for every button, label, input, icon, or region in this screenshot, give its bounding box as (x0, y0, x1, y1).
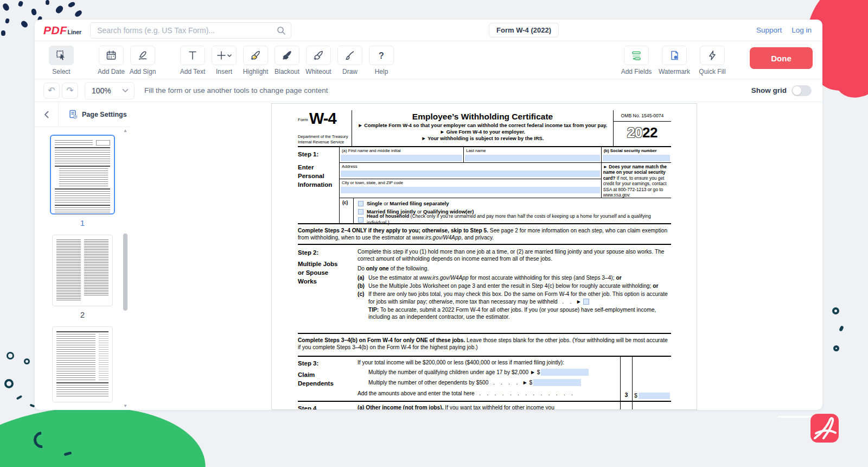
teal-tick-decoration (30, 404, 35, 408)
add-fields-button[interactable]: Add Fields (618, 46, 654, 75)
scroll-down-icon[interactable]: ▼ (123, 402, 128, 410)
support-link[interactable]: Support (756, 26, 782, 34)
step2-item-a: (a) Use the estimator at www.irs.gov/W4A… (358, 274, 671, 281)
editor-hint-text: Fill the form or use another tools to ch… (144, 86, 328, 94)
step4-label: Step 4 (298, 405, 317, 410)
w4-step2-section: Step 2: Multiple Jobs or Spouse Works Co… (298, 245, 671, 334)
draw-brush-icon (344, 49, 356, 61)
undo-button[interactable]: ↶ (43, 83, 60, 99)
w4-header: Form W-4 Department of the Treasury Inte… (298, 110, 671, 147)
watermark-button[interactable]: Watermark (654, 46, 694, 75)
pages-sidebar: Page Settings 1 (35, 102, 130, 410)
w4app-link: www.irs.gov/W4App (412, 235, 462, 241)
blackout-brush-icon (281, 49, 293, 61)
first-name-field[interactable] (341, 155, 462, 161)
page-settings-button[interactable]: Page Settings (68, 110, 127, 119)
redo-icon: ↷ (66, 85, 73, 96)
logo-liner-text: Liner (68, 29, 82, 35)
insert-button[interactable]: Insert (208, 46, 240, 75)
step1c-label: (c) (340, 198, 354, 224)
city-field[interactable] (341, 187, 600, 193)
add-sign-button[interactable]: Add Sign (127, 46, 158, 75)
w4-year-outline: 20 (627, 124, 642, 141)
pdfliner-logo[interactable]: PDF Liner (43, 24, 81, 37)
help-button[interactable]: ? Help (366, 46, 397, 75)
show-grid-label: Show grid (751, 86, 787, 94)
ink-dot (5, 18, 10, 24)
add-text-button[interactable]: Add Text (177, 46, 208, 75)
w4-form-number: W-4 (309, 109, 336, 129)
address-field[interactable] (341, 171, 600, 177)
w4-title: Employee’s Withholding Certificate (355, 111, 610, 122)
sidebar-scrollbar[interactable]: ▲ ▼ (123, 127, 128, 410)
page-settings-text: Page Settings (82, 111, 127, 118)
ink-dot (2, 2, 10, 11)
head-of-household-checkbox[interactable] (358, 217, 363, 223)
search-icon[interactable] (276, 26, 286, 35)
thumbnail-list: 1 2 (35, 127, 130, 402)
draw-button[interactable]: Draw (334, 46, 366, 75)
show-grid-toggle[interactable] (792, 85, 812, 96)
w4-subtitle-2: ► Give Form W-4 to your employer. (355, 129, 610, 135)
teal-tick-decoration (16, 395, 23, 400)
insert-plus-icon (216, 49, 232, 61)
app-window: PDF Liner Form W-4 (2022) Support Log in… (35, 20, 822, 410)
address-label: Address (340, 163, 601, 171)
step3-intro: If your total income will be $200,000 or… (358, 359, 620, 366)
page-thumbnail-3[interactable] (52, 326, 113, 402)
last-name-field[interactable] (465, 155, 600, 161)
collapse-sidebar-button[interactable] (35, 102, 59, 127)
highlight-button[interactable]: Highlight (240, 46, 271, 75)
select-tool-button[interactable]: Select (46, 46, 77, 75)
navy-ring-decoration (832, 307, 839, 314)
single-checkbox[interactable] (358, 201, 363, 206)
scroll-up-icon[interactable]: ▲ (123, 127, 128, 135)
ink-dot (74, 9, 83, 18)
step2-item-c: (c) If there are only two jobs total, yo… (358, 291, 671, 305)
page-thumbnail-1[interactable] (50, 135, 115, 214)
zoom-dropdown[interactable]: 100% (85, 82, 135, 99)
whiteout-button[interactable]: Whiteout (303, 46, 334, 75)
navy-ring-decoration (833, 345, 839, 351)
two-jobs-checkbox[interactable] (583, 299, 589, 305)
done-button[interactable]: Done (750, 47, 813, 69)
married-jointly-checkbox[interactable] (358, 209, 363, 214)
login-link[interactable]: Log in (792, 26, 812, 34)
w4-step1-section: Step 1: Enter Personal Information (a) F… (298, 147, 671, 224)
last-name-label: Last name (464, 147, 601, 155)
select-icon (55, 49, 67, 61)
w4-dept-line2: Internal Revenue Service (298, 140, 348, 144)
zoom-value: 100% (92, 86, 111, 95)
ink-dot (20, 20, 29, 28)
step3-total-field[interactable] (639, 393, 670, 399)
search-form (90, 22, 291, 39)
blackout-button[interactable]: Blackout (271, 46, 303, 75)
undo-icon: ↶ (48, 85, 55, 96)
redo-button[interactable]: ↷ (62, 83, 78, 99)
quick-fill-button[interactable]: Quick Fill (694, 46, 730, 75)
ink-dot (18, 1, 24, 7)
page-thumbnail-2[interactable] (52, 235, 113, 306)
sign-pen-icon (137, 49, 149, 61)
teal-ring-decoration (4, 379, 14, 388)
w4-step4-section: Step 4 (a) Other income (not from jobs).… (298, 402, 671, 410)
ssn-field[interactable] (603, 155, 670, 161)
step3-label: Step 3: (298, 359, 358, 368)
whiteout-brush-icon (312, 49, 324, 61)
ink-dot (31, 8, 37, 16)
step3-dollar-sign: $ (634, 392, 637, 400)
search-input[interactable] (90, 22, 291, 39)
w4-subtitle-3: ► Your withholding is subject to review … (355, 135, 610, 142)
highlight-brush-icon (250, 49, 261, 61)
city-label: City or town, state, and ZIP code (340, 179, 601, 187)
add-date-button[interactable]: Add Date (95, 46, 127, 75)
ink-dot (46, 0, 49, 5)
ink-dot (54, 4, 64, 15)
w4-form-word: Form (298, 117, 308, 123)
scrollbar-thumb[interactable] (123, 234, 127, 311)
toggle-knob (793, 86, 801, 95)
other-dependents-field[interactable] (533, 379, 581, 386)
add-fields-icon (630, 49, 642, 61)
page-settings-icon (68, 110, 78, 119)
qualifying-children-field[interactable] (541, 369, 589, 376)
